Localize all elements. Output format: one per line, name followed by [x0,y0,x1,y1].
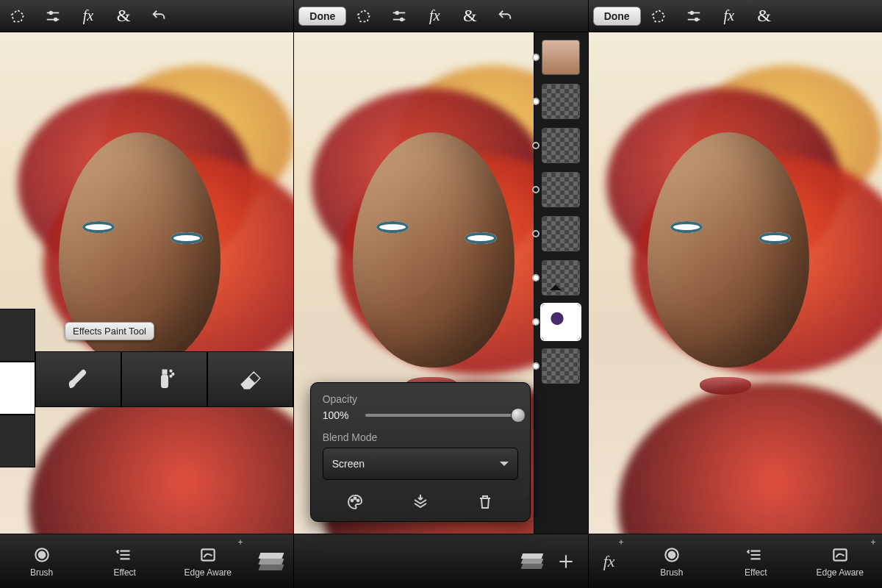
effect-list-icon [115,545,135,564]
fx-button[interactable]: fx [417,0,452,32]
svg-point-3 [54,18,57,21]
side-tab-3[interactable] [0,415,35,467]
layer-options-popover: Opacity 100% Blend Mode Screen [310,382,531,522]
bottom-toolbar: Brush Effect ＋ Edge Aware [0,534,293,588]
svg-point-17 [354,498,356,500]
palette-icon [346,493,364,511]
layer-visibility-dot[interactable] [532,362,539,370]
eraser-icon [238,367,263,392]
layer-thumb-8[interactable] [542,348,580,384]
layer-visibility-dot[interactable] [532,186,539,193]
layer-thumb-4[interactable] [542,172,580,207]
layer-visibility-dot[interactable] [532,142,539,149]
layers-button-active[interactable] [522,551,542,572]
add-layer-button[interactable] [556,551,576,572]
opacity-slider[interactable] [365,414,518,417]
svg-rect-11 [201,549,214,560]
delete-layer-action[interactable] [470,490,500,514]
selection-icon [10,8,26,24]
layer-thumb-1[interactable] [542,40,580,75]
canvas-area[interactable] [0,32,293,588]
merge-down-action[interactable] [406,490,435,514]
popover-actions [323,490,518,514]
svg-rect-5 [162,370,167,374]
fx-tab[interactable]: fx ＋ [589,534,630,588]
top-toolbar: Done fx & [294,0,587,32]
done-button[interactable]: Done [298,7,346,26]
selection-tool-button[interactable] [641,0,676,32]
effect-tab[interactable]: Effect [714,534,797,588]
fx-label: fx [603,552,615,571]
side-tab-strip [0,309,35,467]
adjust-button[interactable] [35,0,71,32]
layers-icon [259,553,283,570]
layer-visibility-dot[interactable] [532,318,539,326]
edge-aware-icon [198,545,218,564]
brush-tab[interactable]: Brush [630,534,714,588]
share-button[interactable]: & [452,0,487,32]
layer-visibility-dot[interactable] [532,274,539,282]
layer-thumb-3[interactable] [542,128,580,163]
trash-icon [476,493,494,511]
plus-badge-icon: ＋ [617,536,625,548]
svg-point-10 [38,551,45,558]
effect-list-icon [746,545,765,564]
svg-rect-4 [161,375,168,387]
selection-tool-button[interactable] [346,0,381,32]
layer-visibility-dot[interactable] [532,54,539,61]
layer-thumb-2[interactable] [542,84,580,119]
fx-button[interactable]: fx [71,0,106,32]
edge-aware-tab-label: Edge Aware [817,567,864,578]
edge-aware-tab[interactable]: ＋ Edge Aware [798,534,882,588]
svg-point-16 [351,500,354,502]
layer-visibility-dot[interactable] [532,230,539,237]
plus-icon [556,552,576,571]
slider-knob[interactable] [511,408,526,423]
bottom-toolbar: fx ＋ Brush Effect ＋ Edge Aware [589,534,882,588]
selection-icon [356,8,372,24]
brush-tab[interactable]: Brush [0,534,83,588]
undo-button[interactable] [141,0,176,32]
opacity-value: 100% [323,409,358,421]
chevron-down-icon [500,462,509,470]
done-button[interactable]: Done [593,7,641,26]
fx-button[interactable]: fx [711,0,747,32]
app-screenshot-3: Done fx & [588,0,882,588]
paint-tool-row [35,351,293,407]
plus-badge-icon: ＋ [869,536,878,548]
undo-button[interactable] [487,0,523,32]
spray-tool-button[interactable] [121,351,207,407]
merge-down-icon [412,493,429,511]
adjust-button[interactable] [676,0,711,32]
palette-action[interactable] [340,490,370,514]
layer-thumb-6[interactable] [542,260,580,295]
blend-mode-select[interactable]: Screen [323,448,518,480]
adjust-sliders-icon [45,8,61,24]
layer-thumb-7-selected[interactable] [542,304,580,340]
side-tab-1[interactable] [0,309,35,362]
layers-button[interactable] [249,534,293,588]
selection-icon [650,8,667,24]
canvas-area[interactable] [589,32,882,588]
eraser-tool-button[interactable] [207,351,293,407]
svg-point-7 [172,373,174,376]
layer-visibility-dot[interactable] [532,98,539,105]
brush-circle-icon [662,545,681,564]
tool-tooltip: Effects Paint Tool [65,322,154,340]
undo-icon [497,8,513,24]
svg-point-26 [669,551,675,558]
layer-thumb-5[interactable] [542,216,580,251]
brush-tool-button[interactable] [35,351,121,407]
svg-point-24 [695,18,698,21]
share-button[interactable]: & [747,0,782,32]
effect-tab-label: Effect [113,567,135,578]
edge-aware-tab[interactable]: ＋ Edge Aware [166,534,249,588]
share-button[interactable]: & [106,0,141,32]
selection-tool-button[interactable] [0,0,35,32]
svg-point-22 [690,11,693,14]
svg-point-15 [401,18,404,21]
adjust-sliders-icon [391,8,407,24]
effect-tab[interactable]: Effect [83,534,166,588]
side-tab-2-active[interactable] [0,362,35,415]
adjust-button[interactable] [381,0,417,32]
